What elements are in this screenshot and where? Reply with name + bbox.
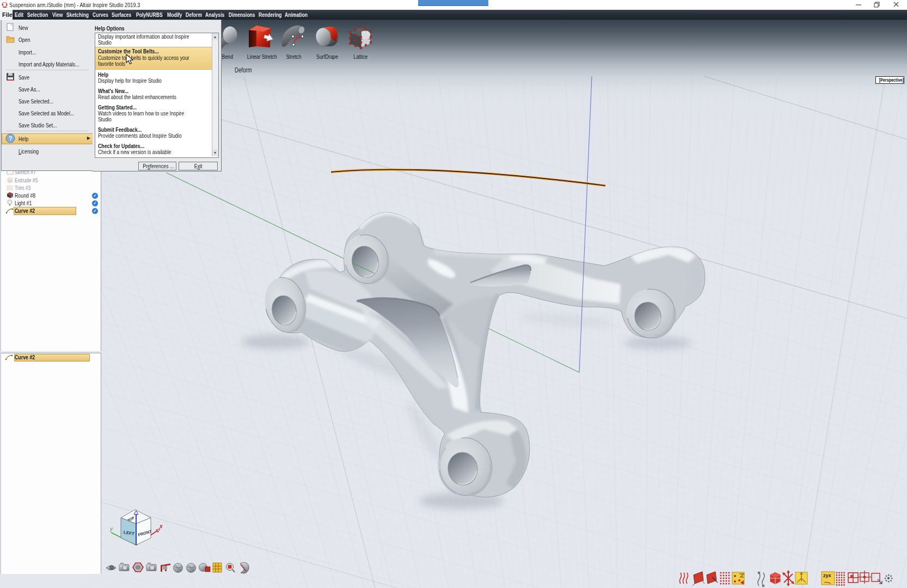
svg-text:zyx: zyx	[823, 573, 831, 578]
